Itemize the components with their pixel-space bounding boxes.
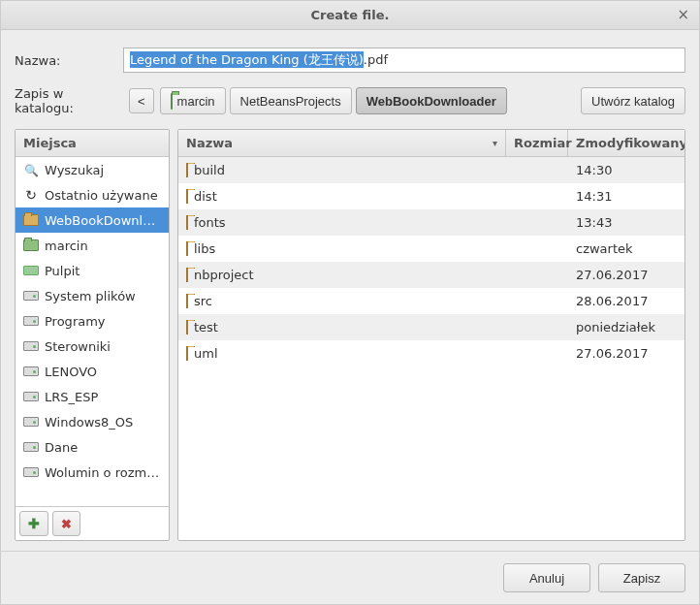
file-name-cell: fonts: [178, 215, 506, 230]
folder-icon: [186, 320, 188, 334]
place-item[interactable]: Windows8_OS: [16, 409, 169, 434]
file-row[interactable]: src28.06.2017: [178, 288, 684, 314]
column-size[interactable]: Rozmiar: [506, 130, 568, 156]
drive-icon: [23, 414, 39, 430]
column-name[interactable]: Nazwa▾: [178, 130, 506, 156]
place-item[interactable]: Sterowniki: [16, 334, 169, 359]
folder-icon: [186, 241, 188, 256]
filename-rest: .pdf: [364, 52, 388, 67]
create-folder-button[interactable]: Utwórz katalog: [581, 87, 685, 114]
chevron-left-icon: <: [138, 94, 145, 109]
file-name: fonts: [194, 215, 226, 230]
place-item[interactable]: Wolumin o rozmi...: [16, 460, 169, 485]
place-label: Dane: [45, 440, 78, 455]
drive-icon: [23, 338, 39, 354]
file-modified-cell: 28.06.2017: [568, 294, 684, 308]
plus-icon: ✚: [28, 516, 40, 531]
places-footer: ✚ ✖: [16, 506, 169, 540]
place-label: Wyszukaj: [45, 163, 104, 177]
folder-icon: [23, 212, 39, 228]
dialog-buttons: Anuluj Zapisz: [1, 551, 699, 604]
places-list[interactable]: WyszukajOstatnio używaneWebBookDownlo...…: [16, 157, 169, 506]
file-list: Nazwa▾ Rozmiar Zmodyfikowany build14:30d…: [177, 129, 685, 541]
folder-icon: [186, 268, 188, 282]
breadcrumb-label: marcin: [177, 94, 215, 109]
file-row[interactable]: libsczwartek: [178, 236, 684, 262]
file-list-header: Nazwa▾ Rozmiar Zmodyfikowany: [178, 130, 684, 157]
file-row[interactable]: uml27.06.2017: [178, 340, 684, 366]
add-place-button[interactable]: ✚: [19, 511, 48, 536]
file-dialog: Create file. × Nazwa: Legend of the Drag…: [0, 0, 700, 605]
place-label: Wolumin o rozmi...: [45, 465, 161, 480]
file-list-body[interactable]: build14:30dist14:31fonts13:43libsczwarte…: [178, 157, 684, 540]
folder-icon: [186, 189, 188, 204]
folder-icon: [186, 163, 188, 177]
file-name: build: [194, 163, 225, 177]
place-label: System plików: [45, 289, 136, 303]
place-item[interactable]: marcin: [16, 233, 169, 258]
recent-icon: [23, 187, 39, 203]
place-item[interactable]: LRS_ESP: [16, 384, 169, 409]
file-name: test: [194, 320, 218, 334]
file-row[interactable]: nbproject27.06.2017: [178, 262, 684, 288]
path-row: Zapis w katalogu: < marcinNetBeansProjec…: [15, 86, 685, 115]
file-row[interactable]: testponiedziałek: [178, 314, 684, 340]
file-row[interactable]: dist14:31: [178, 183, 684, 209]
drive-icon: [23, 389, 39, 404]
filename-selection: Legend of the Dragon King (龙王传说): [130, 51, 364, 68]
places-header: Miejsca: [16, 130, 169, 157]
folder-icon: [186, 294, 188, 308]
file-name-cell: uml: [178, 346, 506, 361]
file-row[interactable]: build14:30: [178, 157, 684, 183]
place-label: Sterowniki: [45, 339, 111, 354]
breadcrumb-item[interactable]: marcin: [160, 87, 226, 114]
window-title: Create file.: [311, 8, 390, 22]
remove-place-button[interactable]: ✖: [52, 511, 80, 536]
file-name-cell: libs: [178, 241, 506, 256]
place-label: marcin: [45, 239, 88, 253]
folder-icon: [186, 215, 188, 230]
file-modified-cell: 14:31: [568, 189, 684, 204]
breadcrumb-item[interactable]: NetBeansProjects: [230, 87, 352, 114]
dialog-content: Nazwa: Legend of the Dragon King (龙王传说).…: [1, 30, 699, 541]
place-item[interactable]: Dane: [16, 434, 169, 460]
save-button[interactable]: Zapisz: [598, 563, 685, 592]
place-item[interactable]: System plików: [16, 283, 169, 308]
place-item[interactable]: WebBookDownlo...: [16, 207, 169, 233]
filename-label: Nazwa:: [15, 53, 123, 68]
file-row[interactable]: fonts13:43: [178, 209, 684, 236]
file-name-cell: build: [178, 163, 506, 177]
drive-icon: [23, 288, 39, 303]
column-modified[interactable]: Zmodyfikowany: [568, 130, 684, 156]
place-label: Programy: [45, 314, 106, 329]
place-item[interactable]: Programy: [16, 308, 169, 334]
search-icon: [23, 162, 39, 177]
cancel-button[interactable]: Anuluj: [503, 563, 590, 592]
place-item[interactable]: LENOVO: [16, 359, 169, 384]
path-back-button[interactable]: <: [129, 88, 154, 113]
filename-input[interactable]: Legend of the Dragon King (龙王传说).pdf: [123, 48, 685, 73]
drive-icon: [23, 464, 39, 480]
place-item[interactable]: Pulpit: [16, 258, 169, 283]
drive-icon: [23, 439, 39, 455]
place-label: Pulpit: [45, 264, 80, 278]
breadcrumb: marcinNetBeansProjectsWebBookDownloader: [160, 87, 507, 114]
file-modified-cell: 27.06.2017: [568, 268, 684, 282]
breadcrumb-item[interactable]: WebBookDownloader: [356, 87, 507, 114]
file-name: libs: [194, 241, 215, 256]
place-item[interactable]: Wyszukaj: [16, 157, 169, 182]
file-name-cell: src: [178, 294, 506, 308]
breadcrumb-label: WebBookDownloader: [366, 94, 496, 109]
file-modified-cell: 13:43: [568, 215, 684, 230]
drive-icon: [23, 313, 39, 329]
file-name-cell: dist: [178, 189, 506, 204]
place-label: Ostatnio używane: [45, 188, 158, 203]
close-icon[interactable]: ×: [677, 6, 689, 23]
file-name-cell: test: [178, 320, 506, 334]
file-modified-cell: poniedziałek: [568, 320, 684, 334]
sort-indicator-icon: ▾: [493, 138, 497, 148]
file-name: uml: [194, 346, 218, 361]
main-split: Miejsca WyszukajOstatnio używaneWebBookD…: [15, 129, 685, 541]
place-item[interactable]: Ostatnio używane: [16, 182, 169, 207]
breadcrumb-label: NetBeansProjects: [240, 94, 341, 109]
